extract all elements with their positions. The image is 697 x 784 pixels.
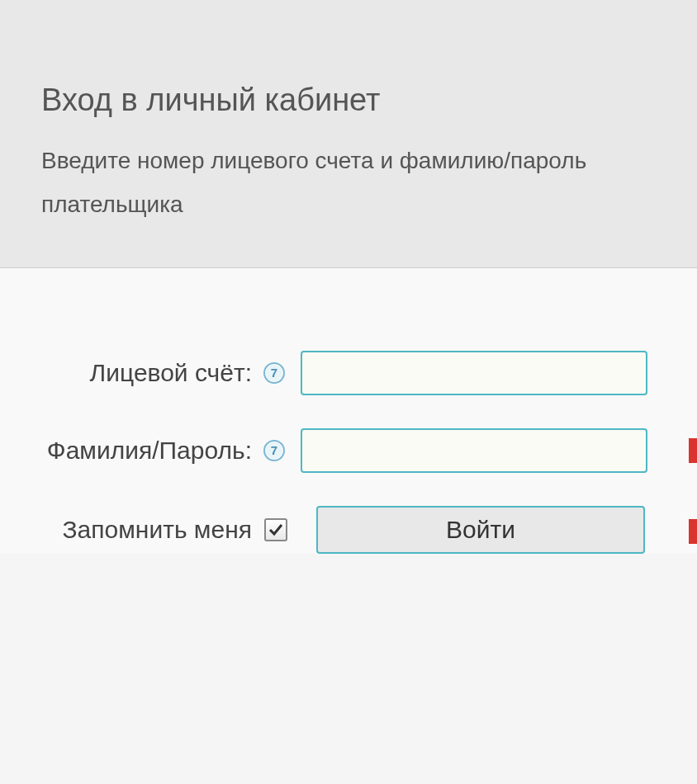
- remember-row: Запомнить меня Войти: [0, 506, 697, 554]
- help-icon[interactable]: 7: [263, 361, 286, 385]
- login-button[interactable]: Войти: [316, 506, 645, 554]
- edge-marker-icon: [689, 519, 697, 544]
- header-section: Вход в личный кабинет Введите номер лице…: [0, 0, 697, 268]
- account-label: Лицевой счёт:: [0, 359, 256, 387]
- page-subtitle: Введите номер лицевого счета и фамилию/п…: [41, 139, 656, 226]
- login-form: Лицевой счёт: 7 Фамилия/Пароль: 7 Запомн…: [0, 268, 697, 554]
- remember-label: Запомнить меня: [0, 516, 256, 544]
- page-title: Вход в личный кабинет: [41, 83, 656, 118]
- edge-marker-icon: [689, 438, 697, 463]
- help-icon[interactable]: 7: [263, 439, 286, 462]
- svg-text:7: 7: [271, 443, 277, 457]
- password-input[interactable]: [301, 428, 647, 473]
- remember-checkbox[interactable]: [264, 518, 287, 541]
- svg-text:7: 7: [271, 366, 277, 380]
- account-input[interactable]: [301, 351, 647, 395]
- password-label: Фамилия/Пароль:: [0, 437, 256, 465]
- password-row: Фамилия/Пароль: 7: [0, 428, 697, 473]
- account-row: Лицевой счёт: 7: [0, 351, 697, 395]
